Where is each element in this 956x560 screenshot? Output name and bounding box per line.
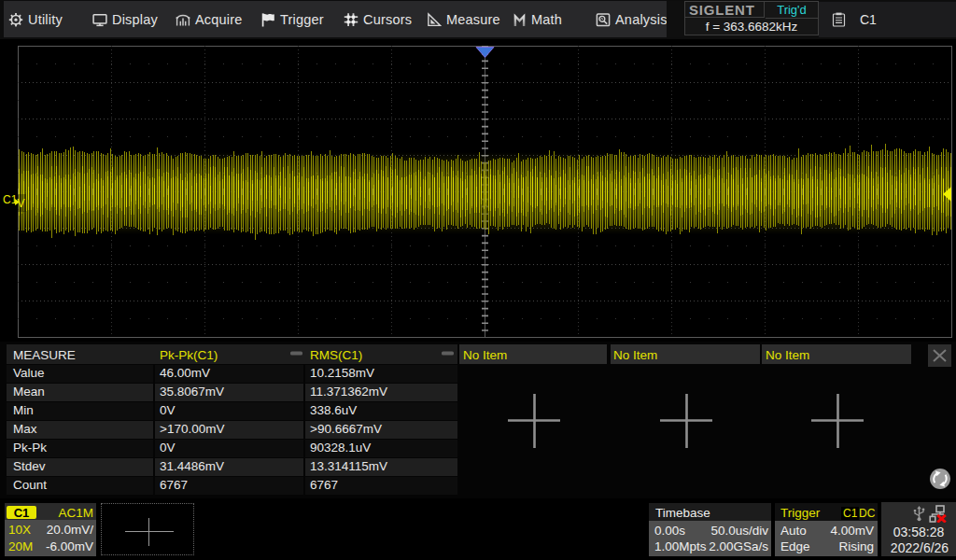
svg-text:V: V [18,197,25,210]
